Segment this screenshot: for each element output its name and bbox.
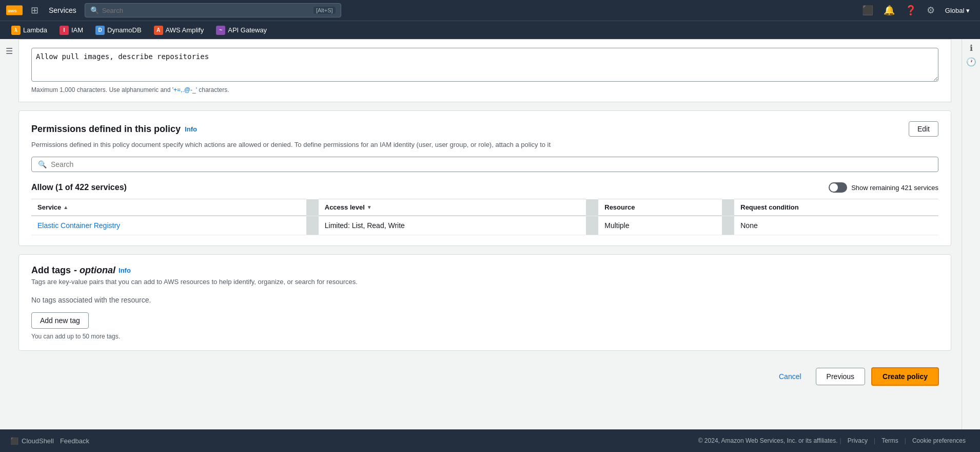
amplify-icon: A [154, 26, 163, 35]
terms-link[interactable]: Terms [877, 437, 903, 444]
description-hint: Maximum 1,000 characters. Use alphanumer… [31, 86, 938, 93]
create-policy-button[interactable]: Create policy [871, 367, 939, 386]
info-icon[interactable]: ℹ [970, 43, 973, 53]
lambda-label: Lambda [23, 26, 47, 34]
col-resource: Resource [598, 199, 722, 216]
main-layout: ☰ Allow pull images, describe repositori… [0, 39, 980, 429]
allow-title: Allow (1 of 422 services) [31, 183, 127, 192]
permissions-header: Permissions defined in this policy Info … [31, 121, 938, 137]
permissions-title: Permissions defined in this policy Info [31, 124, 197, 135]
terminal-icon[interactable]: ⬛ [858, 3, 877, 18]
services-table: Service ▲ Access level ▼ Resou [31, 199, 938, 235]
feedback-button[interactable]: Feedback [60, 437, 89, 445]
condition-cell: None [734, 216, 938, 235]
filter-icon[interactable]: ▼ [367, 204, 372, 210]
footer-actions: Cancel Previous Create policy [18, 359, 951, 394]
tag-limit-text: You can add up to 50 more tags. [31, 333, 938, 340]
row-divider-2 [586, 216, 598, 235]
tags-title-text: Add tags [31, 265, 71, 276]
hint-link[interactable]: +=,.@-_ [173, 86, 196, 93]
service-link[interactable]: Elastic Container Registry [37, 221, 120, 230]
col-divider-2 [586, 199, 598, 216]
cookie-link[interactable]: Cookie preferences [908, 437, 970, 444]
row-divider-1 [306, 216, 319, 235]
edit-button[interactable]: Edit [909, 121, 938, 137]
dynamo-label: DynamoDB [107, 26, 141, 34]
nav-right-icons: ⬛ 🔔 ❓ ⚙ Global ▾ [858, 3, 974, 18]
col-divider-1 [306, 199, 319, 216]
content-area: Allow pull images, describe repositories… [18, 39, 962, 429]
permissions-description: Permissions defined in this policy docum… [31, 141, 938, 148]
cloudshell-label: CloudShell [22, 437, 54, 445]
add-tag-button[interactable]: Add new tag [31, 312, 89, 329]
privacy-link[interactable]: Privacy [844, 437, 872, 444]
resource-cell: Multiple [598, 216, 722, 235]
tags-info-link[interactable]: Info [119, 267, 131, 274]
cloudshell-button[interactable]: ⬛ CloudShell [10, 437, 54, 445]
toggle-label: Show remaining 421 services [851, 184, 938, 192]
services-button[interactable]: Services [45, 4, 81, 16]
allow-header: Allow (1 of 422 services) Show remaining… [31, 182, 938, 193]
pinned-services-bar: λ Lambda I IAM D DynamoDB A AWS Amplify … [0, 21, 980, 39]
tags-section: Add tags - optional Info Tags are key-va… [18, 254, 951, 351]
lambda-icon: λ [11, 26, 21, 35]
access-cell: Limited: List, Read, Write [319, 216, 586, 235]
cancel-button[interactable]: Cancel [771, 368, 810, 385]
search-icon: 🔍 [38, 160, 47, 168]
iam-label: IAM [71, 26, 83, 34]
settings-icon[interactable]: ⚙ [923, 3, 939, 18]
col-divider-3 [722, 199, 734, 216]
page-footer: ⬛ CloudShell Feedback © 2024, Amazon Web… [0, 429, 980, 452]
clock-icon[interactable]: 🕐 [966, 57, 976, 67]
permissions-search-input[interactable] [51, 160, 932, 168]
permissions-search-bar[interactable]: 🔍 [31, 157, 938, 172]
pinned-service-dynamodb[interactable]: D DynamoDB [90, 24, 146, 37]
hamburger-icon[interactable]: ☰ [4, 44, 15, 58]
pinned-service-amplify[interactable]: A AWS Amplify [149, 24, 209, 37]
permissions-title-text: Permissions defined in this policy [31, 124, 181, 135]
description-section: Allow pull images, describe repositories… [18, 39, 951, 102]
sort-icon[interactable]: ▲ [63, 204, 68, 210]
api-icon: ~ [216, 26, 225, 35]
aws-logo[interactable]: aws [6, 2, 23, 18]
footer-left: ⬛ CloudShell Feedback [10, 437, 89, 445]
tags-title: Add tags - optional Info [31, 265, 938, 276]
no-tags-text: No tags associated with the resource. [31, 296, 938, 304]
bell-icon[interactable]: 🔔 [879, 3, 899, 18]
global-button[interactable]: Global ▾ [941, 5, 974, 16]
pinned-service-iam[interactable]: I IAM [54, 24, 88, 37]
toggle-slider [829, 182, 847, 193]
toggle-switch[interactable] [829, 182, 847, 193]
col-access: Access level ▼ [319, 199, 586, 216]
nav-search-bar[interactable]: 🔍 [Alt+S] [85, 3, 341, 17]
right-sidebar: ℹ 🕐 [962, 39, 980, 429]
description-textarea[interactable]: Allow pull images, describe repositories [31, 48, 938, 82]
copyright-text: © 2024, Amazon Web Services, Inc. or its… [698, 437, 838, 444]
pinned-service-api-gateway[interactable]: ~ API Gateway [211, 24, 272, 37]
help-icon[interactable]: ❓ [901, 3, 920, 18]
nav-search-input[interactable] [102, 7, 310, 14]
sidebar-toggle: ☰ [0, 39, 18, 429]
col-condition: Request condition [734, 199, 938, 216]
previous-button[interactable]: Previous [816, 368, 865, 385]
dynamo-icon: D [95, 26, 105, 35]
nav-search-icon: 🔍 [90, 6, 99, 14]
iam-icon: I [60, 26, 69, 35]
table-row: Elastic Container Registry Limited: List… [31, 216, 938, 235]
col-service: Service ▲ [31, 199, 306, 216]
service-cell: Elastic Container Registry [31, 216, 306, 235]
api-label: API Gateway [228, 26, 267, 34]
permissions-section: Permissions defined in this policy Info … [18, 110, 951, 246]
toggle-container: Show remaining 421 services [829, 182, 938, 193]
permissions-info-link[interactable]: Info [185, 125, 197, 133]
footer-right: © 2024, Amazon Web Services, Inc. or its… [698, 437, 970, 444]
amplify-label: AWS Amplify [166, 26, 204, 34]
grid-icon[interactable]: ⊞ [29, 3, 41, 18]
pinned-service-lambda[interactable]: λ Lambda [6, 24, 52, 37]
top-navigation: aws ⊞ Services 🔍 [Alt+S] ⬛ 🔔 ❓ ⚙ Global … [0, 0, 980, 21]
cloudshell-icon: ⬛ [10, 437, 18, 445]
tags-description: Tags are key-value pairs that you can ad… [31, 278, 938, 286]
feedback-label: Feedback [60, 437, 89, 445]
svg-text:aws: aws [8, 8, 17, 13]
search-hint: [Alt+S] [313, 7, 336, 14]
